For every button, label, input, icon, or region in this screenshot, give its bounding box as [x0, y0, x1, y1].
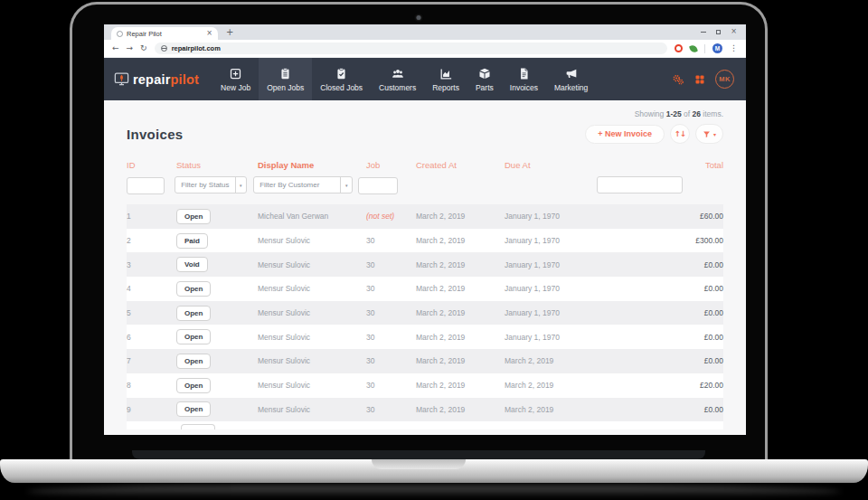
filter-menu-button[interactable]: ▾ — [695, 124, 723, 144]
cell-id: 2 — [127, 236, 176, 245]
nav-item-new-job[interactable]: New Job — [212, 58, 259, 100]
table-row[interactable]: 6 Open Mensur Sulovic 30 March 2, 2019 J… — [127, 325, 723, 349]
user-avatar[interactable]: MK — [715, 70, 734, 89]
cell-id: 6 — [127, 333, 176, 342]
cell-job: 30 — [366, 405, 416, 414]
people-group-icon — [391, 67, 405, 80]
filter-funnel-icon — [703, 130, 711, 138]
cell-due-at: January 1, 1970 — [505, 308, 613, 317]
cell-created-at: March 2, 2019 — [416, 333, 505, 342]
filter-row: Filter by Status ▾ Filter By Customer ▾ — [127, 176, 723, 193]
table-row[interactable]: 7 Open Mensur Sulovic 30 March 2, 2019 M… — [127, 349, 723, 373]
table-row[interactable]: 1 Open Micheal Van Gerwan (not set) Marc… — [127, 204, 723, 229]
status-badge: Open — [176, 401, 211, 417]
column-header-status[interactable]: Status — [176, 160, 258, 170]
table-row[interactable]: 4 Open Mensur Sulovic 30 March 2, 2019 J… — [127, 277, 723, 301]
status-badge: Open — [176, 306, 211, 321]
cell-due-at: January 1, 1970 — [505, 260, 613, 269]
table-row[interactable]: 3 Void Mensur Sulovic 30 March 2, 2019 J… — [127, 252, 723, 277]
nav-item-parts[interactable]: Parts — [467, 58, 502, 100]
status-badge: Open — [176, 378, 211, 393]
back-icon[interactable]: ← — [112, 44, 119, 52]
table-row[interactable]: 2 Paid Mensur Sulovic 30 March 2, 2019 J… — [127, 229, 723, 253]
url-text: repairpilot.com — [172, 44, 221, 52]
new-tab-button[interactable]: + — [226, 28, 233, 37]
nav-item-reports[interactable]: Reports — [424, 58, 467, 100]
table-row[interactable]: 8 Open Mensur Sulovic 30 March 2, 2019 M… — [127, 373, 723, 398]
megaphone-icon — [564, 67, 579, 80]
tab-close-icon[interactable]: × — [206, 30, 212, 37]
new-invoice-button[interactable]: + New Invoice — [585, 125, 665, 144]
cell-job: 30 — [366, 260, 416, 269]
column-header-created-at[interactable]: Created At — [416, 160, 505, 170]
cell-display-name: Mensur Sulovic — [258, 405, 366, 414]
column-header-job[interactable]: Job — [366, 160, 416, 170]
parts-box-icon — [477, 67, 492, 80]
job-filter-input[interactable] — [358, 177, 398, 194]
status-filter-select[interactable]: Filter by Status ▾ — [175, 176, 247, 193]
chevron-down-icon: ▾ — [235, 177, 247, 193]
cell-total: £0.00 — [613, 333, 723, 342]
site-globe-icon — [161, 45, 167, 52]
cell-created-at: March 2, 2019 — [416, 284, 505, 293]
url-bar[interactable]: repairpilot.com — [155, 42, 667, 54]
browser-profile-avatar[interactable]: M — [712, 43, 722, 53]
refresh-icon[interactable]: ↻ — [140, 44, 147, 52]
cell-display-name: Micheal Van Gerwan — [258, 212, 366, 221]
invoice-table-body: 1 Open Micheal Van Gerwan (not set) Marc… — [127, 204, 723, 421]
table-row[interactable]: 9 Open Mensur Sulovic 30 March 2, 2019 M… — [127, 398, 723, 422]
settings-gears-icon[interactable] — [672, 73, 684, 86]
tab-title: Repair Pilot — [127, 30, 203, 38]
total-filter-input[interactable] — [597, 176, 683, 193]
webcam-dot — [417, 15, 421, 20]
cell-created-at: March 2, 2019 — [416, 308, 505, 317]
apps-grid-icon[interactable] — [694, 74, 705, 85]
column-header-total[interactable]: Total — [613, 160, 723, 170]
nav-item-closed-jobs[interactable]: Closed Jobs — [312, 58, 371, 100]
nav-item-invoices[interactable]: Invoices — [502, 58, 546, 100]
window-maximize-button[interactable] — [716, 30, 721, 34]
browser-tab[interactable]: Repair Pilot × — [111, 27, 218, 40]
nav-item-customers[interactable]: Customers — [371, 58, 424, 100]
clipboard-list-icon — [278, 67, 292, 80]
cell-id: 1 — [127, 212, 176, 221]
cell-id: 7 — [127, 356, 176, 365]
repairpilot-logo[interactable]: repairpilot — [113, 58, 199, 100]
laptop-hinge — [132, 450, 705, 459]
repairpilot-logo-icon — [113, 71, 130, 88]
table-row[interactable]: 5 Open Mensur Sulovic 30 March 2, 2019 J… — [127, 301, 723, 325]
table-header-row: ID Status Display Name Job Created At Du… — [127, 160, 723, 170]
cell-job: 30 — [366, 236, 416, 245]
main-content: Showing 1-25 of 26 items. Invoices + New… — [104, 100, 746, 435]
cell-total: £0.00 — [613, 284, 723, 293]
browser-menu-icon[interactable]: ⋮ — [730, 44, 738, 52]
clipboard-check-icon — [335, 67, 348, 80]
column-header-display-name[interactable]: Display Name — [258, 160, 366, 170]
cell-display-name: Mensur Sulovic — [258, 381, 366, 390]
cell-due-at: March 2, 2019 — [505, 356, 613, 365]
window-close-button[interactable]: × — [731, 28, 737, 35]
browser-window: Repair Pilot × + × ← → ↻ repairpilot.com… — [104, 24, 746, 435]
cell-total: £20.00 — [613, 381, 723, 390]
chevron-down-icon: ▾ — [713, 131, 716, 137]
window-minimize-button[interactable] — [701, 32, 706, 33]
column-header-id[interactable]: ID — [127, 160, 176, 170]
status-badge: Open — [176, 281, 211, 297]
extension-red-icon[interactable] — [675, 44, 683, 52]
forward-icon[interactable]: → — [127, 44, 134, 52]
nav-item-marketing[interactable]: Marketing — [546, 58, 596, 100]
id-filter-input[interactable] — [127, 177, 165, 194]
cell-created-at: March 2, 2019 — [416, 236, 505, 245]
column-header-due-at[interactable]: Due At — [505, 160, 613, 170]
customer-filter-select[interactable]: Filter By Customer ▾ — [253, 176, 353, 193]
invoice-document-icon — [517, 67, 531, 80]
page-title: Invoices — [127, 127, 183, 142]
nav-item-open-jobs[interactable]: Open Jobs — [259, 58, 312, 100]
browser-toolbar: ← → ↻ repairpilot.com M ⋮ — [104, 40, 746, 58]
cell-display-name: Mensur Sulovic — [258, 284, 366, 293]
cell-job: 30 — [366, 308, 416, 317]
extension-green-icon[interactable] — [689, 44, 698, 53]
plus-square-icon — [229, 67, 242, 80]
sort-button[interactable]: ↑↓ — [670, 124, 690, 144]
cell-display-name: Mensur Sulovic — [258, 236, 366, 245]
